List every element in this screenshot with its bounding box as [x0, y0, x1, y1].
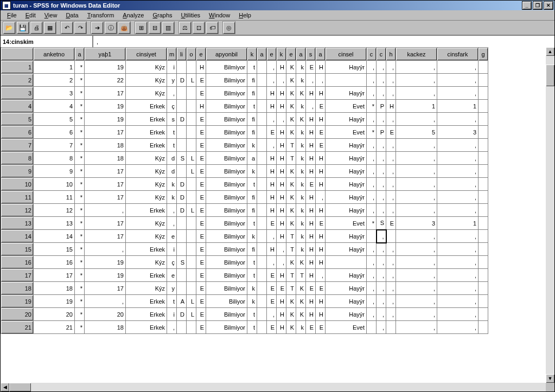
row-header[interactable]: 18 — [1, 282, 34, 295]
data-cell[interactable]: 19 — [34, 295, 75, 308]
data-cell[interactable]: , — [396, 282, 437, 295]
data-cell[interactable]: E — [316, 126, 326, 139]
row-header[interactable]: 9 — [1, 165, 34, 178]
data-cell[interactable]: , — [377, 230, 386, 243]
data-cell[interactable]: , — [386, 204, 396, 217]
data-cell[interactable] — [257, 295, 267, 308]
data-cell[interactable] — [479, 165, 488, 178]
data-cell[interactable] — [479, 113, 488, 126]
print-icon[interactable]: 🖨 — [30, 21, 43, 34]
data-cell[interactable]: H — [277, 126, 286, 139]
data-cell[interactable]: H — [316, 113, 326, 126]
data-cell[interactable]: 17 — [85, 191, 126, 204]
data-cell[interactable]: E — [306, 178, 316, 191]
data-cell[interactable]: , — [367, 269, 377, 282]
data-cell[interactable]: T — [286, 152, 296, 165]
data-cell[interactable]: , — [386, 295, 396, 308]
data-cell[interactable] — [177, 126, 187, 139]
data-cell[interactable]: H — [306, 204, 316, 217]
data-cell[interactable]: H — [316, 61, 326, 74]
data-cell[interactable]: , — [437, 87, 479, 100]
data-cell[interactable]: H — [316, 178, 326, 191]
data-cell[interactable]: , — [377, 152, 386, 165]
data-cell[interactable]: k — [296, 217, 306, 230]
data-cell[interactable]: , — [367, 113, 377, 126]
data-cell[interactable]: E — [196, 269, 206, 282]
column-header[interactable]: m — [167, 48, 177, 61]
row-header[interactable]: 3 — [1, 87, 34, 100]
data-cell[interactable]: K — [286, 321, 296, 334]
data-cell[interactable]: Kýz — [126, 87, 167, 100]
data-cell[interactable]: , — [396, 243, 437, 256]
data-cell[interactable]: , — [396, 87, 437, 100]
data-cell[interactable]: L — [187, 308, 196, 321]
data-cell[interactable]: , — [306, 74, 316, 87]
data-cell[interactable]: E — [196, 295, 206, 308]
data-cell[interactable]: E — [196, 126, 206, 139]
data-cell[interactable]: e — [167, 269, 177, 282]
data-cell[interactable]: , — [386, 74, 396, 87]
data-cell[interactable] — [187, 139, 196, 152]
data-cell[interactable]: , — [386, 269, 396, 282]
row-header[interactable]: 10 — [1, 178, 34, 191]
data-cell[interactable]: * — [75, 308, 85, 321]
column-header[interactable]: cinsfark — [437, 48, 479, 61]
data-cell[interactable]: 3 — [34, 87, 75, 100]
data-cell[interactable]: K — [286, 256, 296, 269]
data-cell[interactable]: T — [286, 282, 296, 295]
data-cell[interactable]: , — [437, 165, 479, 178]
data-cell[interactable] — [187, 100, 196, 113]
value-labels-icon[interactable]: 🏷 — [206, 21, 219, 34]
data-cell[interactable]: * — [75, 165, 85, 178]
data-cell[interactable] — [367, 321, 377, 334]
data-cell[interactable]: t — [247, 178, 257, 191]
data-cell[interactable]: * — [367, 100, 377, 113]
data-cell[interactable]: k — [296, 178, 306, 191]
data-cell[interactable] — [386, 321, 396, 334]
data-cell[interactable] — [386, 230, 396, 243]
data-cell[interactable]: ç — [167, 256, 177, 269]
data-cell[interactable]: 3 — [396, 217, 437, 230]
data-cell[interactable]: , — [367, 256, 377, 269]
data-cell[interactable]: E — [306, 282, 316, 295]
data-cell[interactable]: , — [267, 256, 277, 269]
data-cell[interactable] — [257, 217, 267, 230]
data-cell[interactable]: , — [85, 243, 126, 256]
data-cell[interactable] — [479, 152, 488, 165]
data-cell[interactable]: , — [386, 87, 396, 100]
row-header[interactable]: 19 — [1, 295, 34, 308]
data-cell[interactable]: , — [367, 282, 377, 295]
data-cell[interactable]: , — [437, 243, 479, 256]
data-cell[interactable]: , — [386, 139, 396, 152]
data-cell[interactable]: 17 — [85, 165, 126, 178]
use-sets-icon[interactable]: ◎ — [222, 21, 235, 34]
data-cell[interactable]: , — [85, 204, 126, 217]
data-cell[interactable] — [479, 269, 488, 282]
data-cell[interactable] — [479, 295, 488, 308]
data-cell[interactable]: E — [196, 152, 206, 165]
data-cell[interactable]: K — [286, 61, 296, 74]
data-cell[interactable] — [187, 256, 196, 269]
data-cell[interactable]: H — [316, 256, 326, 269]
data-cell[interactable]: * — [75, 256, 85, 269]
data-cell[interactable]: H — [316, 308, 326, 321]
data-cell[interactable]: H — [316, 152, 326, 165]
scroll-down-button[interactable]: ▼ — [546, 374, 554, 383]
data-cell[interactable]: Hayýr — [326, 61, 367, 74]
data-cell[interactable]: , — [396, 295, 437, 308]
data-cell[interactable]: , — [396, 321, 437, 334]
data-cell[interactable]: 9 — [34, 165, 75, 178]
data-cell[interactable] — [257, 321, 267, 334]
data-cell[interactable]: 18 — [85, 321, 126, 334]
data-cell[interactable]: Bilmiyor — [206, 165, 247, 178]
menu-transform[interactable]: Transform — [83, 11, 119, 20]
data-cell[interactable]: Biliyor — [206, 295, 247, 308]
data-cell[interactable]: K — [296, 87, 306, 100]
data-cell[interactable]: k — [296, 74, 306, 87]
data-cell[interactable] — [257, 165, 267, 178]
data-cell[interactable]: K — [296, 295, 306, 308]
data-cell[interactable]: , — [377, 282, 386, 295]
data-cell[interactable]: , — [377, 74, 386, 87]
data-cell[interactable]: , — [377, 269, 386, 282]
data-cell[interactable]: k — [167, 178, 177, 191]
